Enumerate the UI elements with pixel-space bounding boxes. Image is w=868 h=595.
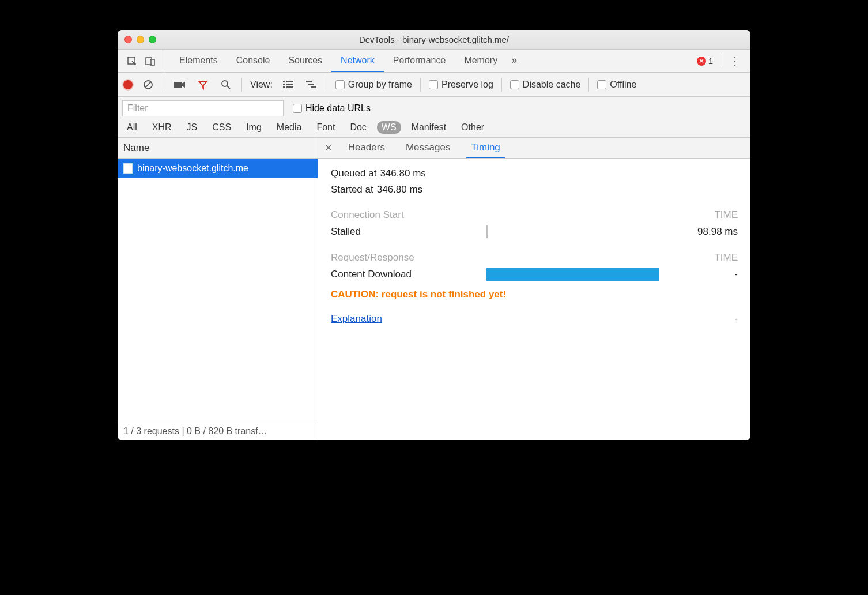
svg-rect-8	[283, 81, 285, 82]
content: Name binary-websocket.glitch.me 1 / 3 re…	[118, 138, 750, 440]
connection-start-header: Connection Start TIME	[331, 209, 738, 221]
queued-label: Queued at	[331, 168, 376, 179]
error-badge[interactable]: ✕ 1	[697, 56, 713, 66]
chip-xhr[interactable]: XHR	[148, 121, 176, 134]
detail-tab-headers[interactable]: Headers	[344, 142, 390, 158]
main-tabs-row: Elements Console Sources Network Perform…	[118, 50, 750, 73]
error-icon: ✕	[697, 57, 706, 66]
checkbox-box	[597, 80, 606, 89]
chip-doc[interactable]: Doc	[345, 121, 371, 134]
stalled-bar	[486, 225, 488, 238]
svg-rect-16	[311, 86, 316, 88]
type-filter-chips: All XHR JS CSS Img Media Font Doc WS Man…	[122, 121, 746, 134]
inspect-element-icon[interactable]	[124, 54, 139, 69]
timing-body: Queued at 346.80 ms Started at 346.80 ms…	[318, 159, 750, 334]
content-download-row: Content Download -	[331, 268, 738, 281]
main-tabs: Elements Console Sources Network Perform…	[163, 50, 691, 72]
preserve-log-checkbox[interactable]: Preserve log	[429, 80, 493, 90]
camera-icon[interactable]	[172, 77, 187, 92]
disable-cache-checkbox[interactable]: Disable cache	[510, 80, 581, 90]
svg-rect-13	[286, 86, 293, 88]
status-bar: 1 / 3 requests | 0 B / 820 B transf…	[118, 421, 318, 440]
content-download-bar	[486, 268, 659, 281]
chip-js[interactable]: JS	[182, 121, 202, 134]
chip-other[interactable]: Other	[456, 121, 489, 134]
content-download-value: -	[674, 269, 738, 280]
window-title: DevTools - binary-websocket.glitch.me/	[118, 35, 750, 44]
svg-rect-11	[286, 84, 293, 85]
divider	[164, 78, 164, 92]
divider	[720, 54, 720, 68]
tab-console[interactable]: Console	[227, 50, 280, 72]
divider	[588, 78, 589, 92]
tab-sources[interactable]: Sources	[279, 50, 331, 72]
filter-input[interactable]: Filter	[122, 100, 284, 116]
settings-menu-icon[interactable]: ⋮	[727, 55, 742, 67]
caution-message: CAUTION: request is not finished yet!	[331, 289, 738, 300]
waterfall-view-icon[interactable]	[304, 77, 319, 92]
group-by-frame-checkbox[interactable]: Group by frame	[335, 80, 412, 90]
request-list: binary-websocket.glitch.me	[118, 159, 318, 421]
document-icon	[123, 163, 133, 174]
chip-manifest[interactable]: Manifest	[407, 121, 451, 134]
large-rows-icon[interactable]	[281, 77, 296, 92]
chip-ws[interactable]: WS	[377, 121, 401, 134]
svg-rect-5	[174, 82, 182, 88]
time-label: TIME	[714, 252, 738, 263]
error-count: 1	[708, 56, 713, 66]
name-column-header[interactable]: Name	[118, 138, 318, 159]
clear-icon[interactable]	[141, 77, 156, 92]
chip-font[interactable]: Font	[312, 121, 339, 134]
queued-line: Queued at 346.80 ms	[331, 168, 738, 179]
checkbox-label: Disable cache	[523, 80, 581, 90]
divider	[241, 78, 242, 92]
started-line: Started at 346.80 ms	[331, 184, 738, 195]
svg-point-6	[222, 81, 228, 86]
queued-value: 346.80 ms	[380, 168, 425, 179]
filter-top: Filter Hide data URLs	[122, 100, 746, 116]
svg-line-4	[145, 82, 151, 88]
explanation-link[interactable]: Explanation	[331, 313, 382, 325]
divider	[327, 78, 327, 92]
chip-all[interactable]: All	[122, 121, 142, 134]
stalled-row: Stalled 98.98 ms	[331, 225, 738, 238]
close-detail-icon[interactable]: ×	[325, 141, 332, 158]
content-download-bar-area	[486, 268, 674, 281]
hide-data-urls-checkbox[interactable]: Hide data URLs	[293, 103, 371, 114]
request-list-panel: Name binary-websocket.glitch.me 1 / 3 re…	[118, 138, 318, 440]
search-icon[interactable]	[218, 77, 233, 92]
chip-media[interactable]: Media	[272, 121, 307, 134]
titlebar: DevTools - binary-websocket.glitch.me/	[118, 30, 750, 50]
tab-elements[interactable]: Elements	[170, 50, 227, 72]
stalled-label: Stalled	[331, 226, 486, 238]
detail-tab-messages[interactable]: Messages	[401, 142, 455, 158]
detail-tabs: × Headers Messages Timing	[318, 138, 750, 159]
tabs-overflow-icon[interactable]: »	[511, 54, 517, 66]
tabs-right-controls: ✕ 1 ⋮	[691, 50, 748, 72]
tab-memory[interactable]: Memory	[455, 50, 507, 72]
chip-img[interactable]: Img	[241, 121, 266, 134]
offline-checkbox[interactable]: Offline	[597, 80, 636, 90]
explanation-value: -	[734, 313, 738, 325]
request-row[interactable]: binary-websocket.glitch.me	[118, 159, 318, 178]
checkbox-box	[293, 104, 302, 113]
svg-line-7	[227, 86, 230, 89]
request-response-header: Request/Response TIME	[331, 252, 738, 263]
stalled-bar-area	[486, 225, 674, 238]
checkbox-box	[335, 80, 345, 89]
tab-performance[interactable]: Performance	[384, 50, 455, 72]
checkbox-label: Preserve log	[441, 80, 493, 90]
chip-css[interactable]: CSS	[207, 121, 236, 134]
record-button[interactable]	[123, 80, 133, 89]
stalled-value: 98.98 ms	[674, 226, 738, 238]
connection-start-label: Connection Start	[331, 209, 404, 221]
svg-rect-15	[308, 84, 314, 85]
request-name: binary-websocket.glitch.me	[137, 163, 248, 174]
detail-tab-timing[interactable]: Timing	[466, 142, 504, 158]
filter-icon[interactable]	[195, 77, 210, 92]
tab-network[interactable]: Network	[331, 50, 384, 72]
checkbox-box	[510, 80, 519, 89]
device-toolbar-icon[interactable]	[143, 54, 158, 69]
started-label: Started at	[331, 184, 373, 195]
detail-panel: × Headers Messages Timing Queued at 346.…	[318, 138, 750, 440]
